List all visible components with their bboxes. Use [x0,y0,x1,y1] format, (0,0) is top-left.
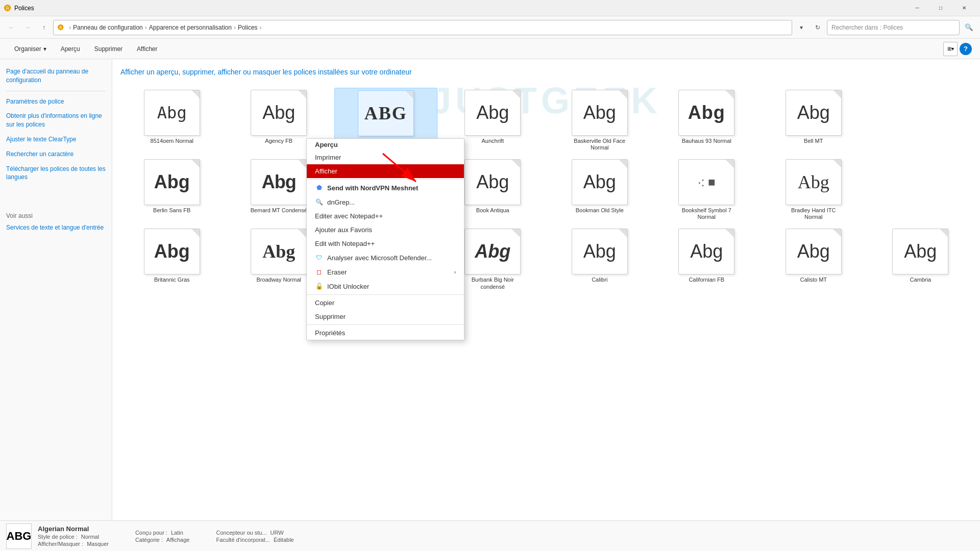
search-placeholder: Rechercher dans : Polices [831,24,903,31]
sidebar-parametres-link[interactable]: Paramètres de police [6,97,106,106]
font-name-burbank: Burbank Big Noir condensé [462,277,523,290]
context-menu-dngrep[interactable]: 🔍 dnGrep... [307,195,464,209]
font-item-bookshelf[interactable]: ·: ■ Bookshelf Symbol 7 Normal [655,157,758,222]
context-menu-nordvpn[interactable]: ⬟ Send with NordVPN Meshnet [307,181,464,195]
font-icon-burbank: Abg [464,229,521,274]
context-menu-copier[interactable]: Copier [307,296,464,310]
sidebar-info-link[interactable]: Obtenir plus d'informations en ligne sur… [6,112,106,129]
path-polices: Polices [238,24,258,31]
font-item-calibri[interactable]: Abg Calibri [548,227,651,292]
sidebar-caractere-link[interactable]: Rechercher un caractère [6,150,106,159]
embed-value: Éditable [274,537,294,543]
close-button[interactable]: ✕ [952,0,976,16]
page-description: Afficher un aperçu, supprimer, afficher … [120,67,972,78]
help-button[interactable]: ? [960,43,972,55]
forward-button[interactable]: → [20,20,35,35]
font-item-baskerville[interactable]: Abg Baskerville Old Face Normal [548,88,651,153]
search-button[interactable]: 🔍 [962,20,976,35]
status-font-name: Algerian Normal [38,525,109,533]
show-value: Masquer [87,541,109,547]
context-menu-defender[interactable]: 🛡 Analyser avec Microsoft Defender... [307,251,464,265]
font-icon-britannic: Abg [144,229,200,274]
toolbar-right: ⊞▾ ? [943,42,972,56]
font-item-cambria[interactable]: Abg Cambria [869,227,972,292]
font-item-britannic[interactable]: Abg Britannic Gras [120,227,224,292]
supprimer-button[interactable]: Supprimer [88,42,129,56]
font-icon-bauhaus: Abg [678,90,734,136]
font-item-bradley[interactable]: Abg Bradley Hand ITC Normal [762,157,865,222]
context-menu-afficher[interactable]: Afficher [307,164,464,178]
show-label: Afficher/Masquer : [38,541,83,547]
title-bar-text: Polices [14,5,905,12]
font-icon-algerian: ABG [358,90,414,136]
eraser-arrow: › [454,269,456,275]
defender-icon: 🛡 [315,254,323,262]
minimize-button[interactable]: ─ [905,0,929,16]
font-icon-antiqua: Abg [464,159,521,205]
font-name-calibri: Calibri [592,277,607,283]
font-item-californian[interactable]: Abg Californian FB [655,227,758,292]
category-value: Affichage [166,537,190,543]
sidebar-cleartype-link[interactable]: Ajuster le texte ClearType [6,135,106,144]
context-menu: Aperçu Imprimer Afficher ⬟ Send with Nor… [306,138,464,340]
font-icon-berlin: Abg [144,159,200,205]
font-name-californian: Californian FB [689,277,724,283]
back-button[interactable]: ← [4,20,18,35]
context-menu-notepadpp2[interactable]: Edit with Notepad++ [307,237,464,251]
organiser-arrow: ▾ [43,45,46,53]
font-item-8514oem[interactable]: Abg 8514oem Normal [120,88,224,153]
font-icon-broadway: Abg [251,229,307,274]
font-item-bookman[interactable]: Abg Bookman Old Style [548,157,651,222]
font-item-bellmt[interactable]: Abg Bell MT [762,88,865,153]
font-name-bradley: Bradley Hand ITC Normal [783,207,844,220]
designed-value: Latin [171,530,183,536]
sidebar-telecharger-link[interactable]: Télécharger les polices de toutes les la… [6,165,106,182]
dngrep-icon: 🔍 [315,198,323,206]
font-name-bookshelf: Bookshelf Symbol 7 Normal [676,207,737,220]
up-button[interactable]: ↑ [37,20,51,35]
context-menu-supprimer[interactable]: Supprimer [307,310,464,323]
refresh-button[interactable]: ↻ [811,20,825,35]
nordvpn-icon: ⬟ [315,184,323,192]
font-icon-baskerville: Abg [572,90,628,136]
sidebar-home-link[interactable]: Page d'accueil du panneau de configurati… [6,67,106,85]
font-icon-calibri: Abg [572,229,628,274]
maximize-button[interactable]: □ [929,0,952,16]
font-icon-californian: Abg [678,229,734,274]
status-designed: Conçu pour : Latin Catégorie : Affichage [135,530,190,543]
context-menu-proprietes[interactable]: Propriétés [307,326,464,340]
sidebar-see-also: Voir aussi Services de texte et langue d… [6,212,106,232]
font-name-berlin: Berlin Sans FB [153,207,190,214]
organiser-button[interactable]: Organiser ▾ [8,42,53,56]
font-name-aunchrift: Aunchrift [482,138,504,144]
style-value: Normal [81,534,99,540]
sidebar: Page d'accueil du panneau de configurati… [0,59,112,520]
context-menu-notepadpp1[interactable]: Editer avec Notepad++ [307,209,464,223]
font-item-bauhaus[interactable]: Abg Bauhaus 93 Normal [655,88,758,153]
font-item-calisto[interactable]: Abg Calisto MT [762,227,865,292]
context-menu-iobit[interactable]: 🔓 IObit Unlocker [307,279,464,293]
apercu-button[interactable]: Aperçu [55,42,86,56]
font-icon-bernard: Abg [251,159,307,205]
font-item-berlin[interactable]: Abg Berlin Sans FB [120,157,224,222]
context-menu-sep1 [307,179,464,180]
view-toggle-button[interactable]: ⊞▾ [943,42,958,56]
afficher-button[interactable]: Afficher [131,42,163,56]
context-menu-imprimer[interactable]: Imprimer [307,151,464,164]
font-name-bellmt: Bell MT [804,138,823,144]
font-name-antiqua: Book Antiqua [476,207,509,214]
dropdown-button[interactable]: ▾ [794,20,808,35]
sidebar-services-link[interactable]: Services de texte et langue d'entrée [6,223,106,232]
address-bar: ← → ↑ 🅐 › Panneau de configuration › App… [0,16,980,39]
context-menu-sep3 [307,324,464,325]
context-menu-favoris[interactable]: Ajouter aux Favoris [307,223,464,237]
context-menu-eraser[interactable]: ◻ Eraser › [307,265,464,279]
address-box[interactable]: 🅐 › Panneau de configuration › Apparence… [53,20,792,35]
status-show: Afficher/Masquer : Masquer [38,541,109,547]
search-box[interactable]: Rechercher dans : Polices [827,20,960,35]
font-icon-aunchrift: Abg [464,90,521,136]
font-name-cambria: Cambria [910,277,931,283]
see-also-title: Voir aussi [6,212,106,219]
title-bar: 🅐 Polices ─ □ ✕ [0,0,980,16]
font-icon-cambria: Abg [892,229,948,274]
